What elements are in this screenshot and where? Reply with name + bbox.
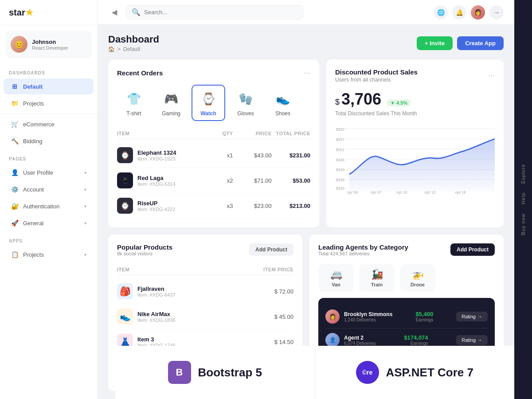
list-item: 👟 Nike AirMax Item: #XDG-1836 $ 45.00 (117, 304, 293, 329)
sidebar-item-label: User Profile (23, 169, 53, 176)
item-name: Fjallraven (137, 286, 176, 292)
discounted-sales-card: Discounted Product Sales Users from all … (326, 59, 504, 227)
add-product-button[interactable]: Add Product (249, 243, 293, 256)
home-icon[interactable]: 🏠 (108, 46, 115, 52)
cat-tab-gaming[interactable]: 🎮 Gaming (154, 85, 188, 121)
avatar: 😊 (11, 36, 27, 53)
rocket-icon: 🚀 (11, 219, 19, 227)
rating-button[interactable]: Rating → (456, 312, 488, 321)
cat-label: Gloves (237, 110, 254, 117)
search-input[interactable] (144, 9, 297, 16)
item-info: 👟 Nike AirMax Item: #XDG-1836 (117, 309, 235, 325)
invite-button[interactable]: + Invite (417, 36, 453, 50)
user-card[interactable]: 😊 Johnson React Developer (5, 31, 92, 58)
agent-deliveries: 6,074 Deliveries (344, 341, 376, 346)
item-price: $23.00 (233, 203, 272, 209)
arrow-icon: → (477, 314, 482, 319)
explore-label[interactable]: Explore (520, 164, 526, 184)
cat-tab-gloves[interactable]: 🧤 Gloves (229, 85, 262, 121)
agent-tab-drone[interactable]: 🚁 Drone (400, 264, 435, 292)
sidebar-item-label: Bidding (23, 138, 42, 145)
notification-icon[interactable]: 🔔 (452, 5, 466, 20)
card-header: Discounted Product Sales Users from all … (335, 68, 495, 83)
user-avatar-topbar[interactable]: 👩 (471, 5, 485, 20)
main-wrapper: ◀ 🔍 🌐 🔔 👩 → Dashboard 🏠 > (98, 0, 532, 399)
agent-deliveries: 1,240 Deliveries (344, 317, 392, 322)
sidebar-item-user-profile[interactable]: 👤 User Profile ▾ (4, 164, 94, 180)
col-price: ITEM PRICE (235, 267, 293, 272)
hammer-icon: 🔨 (11, 137, 19, 145)
top-row-grid: Recent Orders ··· 👕 T-shirt 🎮 Gaming (108, 59, 504, 227)
sidebar-item-label: Authentication (23, 203, 59, 210)
breadcrumb-sep: > (117, 46, 121, 52)
search-icon: 🔍 (132, 8, 141, 16)
agent-tab-train[interactable]: 🚂 Train (359, 264, 395, 292)
sidebar-item-bidding[interactable]: 🔨 Bidding (4, 133, 94, 149)
sidebar-item-default[interactable]: ⊞ Default (4, 78, 94, 94)
aspnet-icon: ©re (356, 361, 379, 384)
agents-subtitle: Total 424,567 deliveries (318, 251, 408, 256)
agent-tab-label: Drone (411, 282, 425, 287)
item-sku: Item: #XDG-5314 (137, 181, 176, 187)
item-name: Item 3 (137, 336, 176, 343)
agents-title: Leading Agents by Category (318, 243, 408, 251)
pop-subtitle: 8k social visitors (117, 251, 172, 256)
overlay-banner: B Bootstrap 5 ©re ASP.NET Core 7 (115, 346, 514, 399)
arrow-right-icon[interactable]: → (489, 5, 504, 20)
chevron-down-icon: ▾ (84, 170, 86, 175)
apps-section-label: APPS (0, 231, 97, 246)
topbar: ◀ 🔍 🌐 🔔 👩 → (98, 0, 514, 25)
sales-chart: $362 $357 $351 $346 $340 $335 $330 (335, 124, 495, 195)
cat-tab-tshirt[interactable]: 👕 T-shirt (117, 85, 151, 121)
item-info: 🎒 Fjallraven Item: #XDG-6437 (117, 283, 235, 299)
help-label[interactable]: Help (520, 192, 526, 204)
sidebar-item-account[interactable]: ⚙️ Account ▾ (4, 181, 94, 197)
col-item: ITEM (117, 267, 235, 272)
sidebar-item-label: General (23, 220, 43, 227)
agents-add-button[interactable]: Add Product (450, 243, 495, 256)
card-menu-icon[interactable]: ··· (304, 68, 310, 78)
create-app-button[interactable]: Create App (457, 36, 504, 50)
agent-tab-van[interactable]: 🚐 Van (318, 264, 354, 292)
agent-row: 👩 Brooklyn Simmons 1,240 Deliveries $5,4… (325, 305, 488, 329)
svg-text:$335: $335 (336, 178, 344, 182)
chevron-down-icon: ▾ (84, 187, 86, 192)
card-menu-icon[interactable]: ··· (488, 71, 495, 80)
cat-label: T-shirt (126, 110, 141, 117)
item-name: RiseUP (137, 200, 176, 207)
bootstrap-banner[interactable]: B Bootstrap 5 (115, 346, 315, 399)
cat-tab-shoes[interactable]: 👟 Shoes (266, 85, 300, 121)
sidebar-item-general[interactable]: 🚀 General ▾ (4, 215, 94, 231)
sidebar-item-projects-app[interactable]: 📋 Projects ▾ (4, 246, 94, 262)
gaming-icon: 🎮 (161, 89, 181, 109)
svg-text:$351: $351 (336, 147, 344, 152)
col-qty: QTY (194, 131, 233, 136)
sidebar-item-ecommerce[interactable]: 🛒 eCommerce (4, 116, 94, 132)
sidebar-item-label: Projects (23, 100, 44, 107)
svg-text:Apr 07: Apr 07 (370, 190, 381, 194)
search-box[interactable]: 🔍 (126, 5, 303, 20)
cat-tab-watch[interactable]: ⌚ Watch (192, 85, 225, 121)
recent-orders-card: Recent Orders ··· 👕 T-shirt 🎮 Gaming (108, 59, 319, 227)
collapse-sidebar-button[interactable]: ◀ (108, 6, 121, 19)
globe-icon[interactable]: 🌐 (434, 5, 448, 20)
folder-icon: 📁 (11, 99, 19, 107)
sidebar-item-label: Account (23, 186, 44, 193)
agent-name: Agent 2 (344, 335, 376, 341)
chevron-down-icon: ▾ (84, 221, 86, 226)
topbar-right: 🌐 🔔 👩 → (434, 5, 504, 20)
watch-icon: ⌚ (199, 89, 218, 109)
sales-badge: ▼ 4.5% (387, 99, 411, 106)
aspnet-banner[interactable]: ©re ASP.NET Core 7 (315, 346, 515, 399)
svg-text:Apr 04: Apr 04 (347, 190, 358, 194)
chevron-down-icon: ▾ (84, 204, 86, 209)
buy-now-label[interactable]: Buy now (520, 213, 526, 235)
header-actions: + Invite Create App (417, 36, 504, 50)
chart-svg: $362 $357 $351 $346 $340 $335 $330 (335, 124, 495, 195)
sidebar-item-projects[interactable]: 📁 Projects (4, 95, 94, 111)
clipboard-icon: 📋 (11, 250, 19, 258)
logo-text: star★ (9, 8, 33, 17)
sidebar-item-label: eCommerce (23, 121, 55, 128)
rating-button[interactable]: Rating → (456, 335, 488, 345)
sidebar-item-authentication[interactable]: 🔐 Authentication ▾ (4, 198, 94, 214)
